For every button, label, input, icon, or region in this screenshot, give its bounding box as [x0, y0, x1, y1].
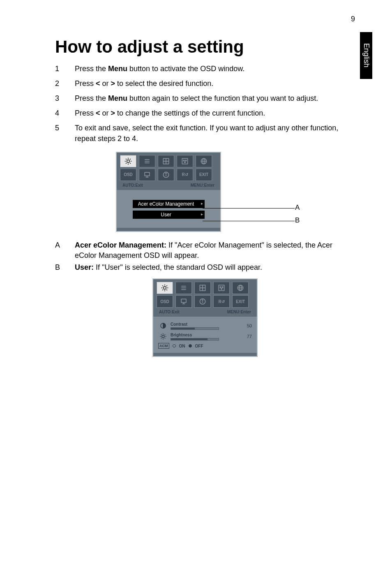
- contrast-label: Contrast: [171, 322, 240, 327]
- step-text: Press: [75, 79, 96, 88]
- input-tab-icon: [139, 169, 155, 181]
- menu-item-label: Acer eColor Management: [138, 201, 194, 207]
- osd-hints: AUTO:Exit MENU:Enter: [117, 182, 220, 190]
- svg-point-18: [184, 162, 186, 163]
- explain-bold: Acer eColor Management:: [75, 241, 166, 249]
- svg-point-27: [166, 173, 166, 174]
- brightness-slider: [171, 338, 219, 341]
- step-1: Press the Menu button to activate the OS…: [55, 63, 355, 74]
- svg-point-46: [221, 288, 222, 290]
- step-bold: >: [111, 109, 115, 117]
- osd-label-text: OSD: [160, 299, 169, 304]
- step-3: Press the Menu button again to select th…: [55, 93, 355, 104]
- osd2-body: Contrast 50 Brightness 77 ACM ON: [153, 317, 257, 353]
- acm-off-radio: [189, 344, 192, 348]
- menu-item-label: User: [161, 212, 171, 218]
- step-text: Press the: [75, 94, 108, 102]
- osd-tab-row-1: [117, 153, 220, 169]
- step-text: button to activate the OSD window.: [127, 65, 244, 73]
- svg-line-36: [166, 285, 167, 286]
- position-tab-icon: [158, 155, 174, 167]
- reset-tab-icon: R↺: [177, 169, 193, 181]
- brightness-value: 77: [243, 334, 252, 339]
- svg-line-64: [161, 338, 162, 339]
- menu-item-user: User ▸: [133, 211, 205, 219]
- svg-line-33: [162, 285, 163, 286]
- svg-line-5: [126, 159, 127, 160]
- svg-point-55: [202, 300, 203, 301]
- step-bold: <: [96, 109, 100, 117]
- info-tab-icon: [158, 169, 174, 181]
- step-bold: <: [96, 79, 100, 88]
- svg-line-34: [166, 290, 167, 290]
- page-title: How to adjust a setting: [55, 37, 355, 57]
- exit-label-text: EXIT: [199, 172, 208, 177]
- osd2-tab-row-1: [153, 279, 257, 295]
- step-text: or: [100, 109, 111, 117]
- svg-rect-43: [219, 285, 224, 290]
- step-text: button again to select the function that…: [127, 94, 318, 102]
- explanation-list: A Acer eColor Management: If "Acer eColo…: [55, 240, 355, 273]
- svg-point-57: [162, 335, 164, 338]
- osd-tab-row-2: OSD R↺ EXIT: [117, 169, 220, 182]
- globe-tab-icon: [196, 155, 212, 167]
- callout-line-b: [203, 221, 295, 221]
- step-text: to select the desired function.: [115, 79, 213, 88]
- contrast-icon: [158, 322, 168, 330]
- contrast-value: 50: [243, 323, 252, 328]
- color-tab-icon: [177, 155, 193, 167]
- svg-line-35: [162, 290, 163, 290]
- submenu-icon: ▸: [201, 201, 203, 206]
- brightness-tab-icon: [120, 155, 136, 167]
- osd-figure-1: OSD R↺ EXIT AUTO:Exit MENU:Enter Acer eC…: [116, 152, 355, 232]
- svg-rect-15: [182, 158, 187, 164]
- info-tab-icon: [194, 295, 211, 308]
- reset-label-text: R↺: [218, 299, 224, 304]
- callout-b: B: [295, 216, 300, 225]
- hint-left: AUTO:Exit: [122, 183, 143, 188]
- exit-label-text: EXIT: [236, 299, 245, 304]
- explain-a: A Acer eColor Management: If "Acer eColo…: [55, 240, 355, 261]
- svg-line-62: [161, 334, 162, 335]
- step-text: To exit and save, select the exit functi…: [75, 124, 338, 143]
- submenu-icon: ▸: [201, 212, 203, 216]
- menu-item-acer-ecolor: Acer eColor Management ▸: [133, 200, 205, 208]
- step-text: to change the settings of the current fu…: [115, 109, 265, 117]
- svg-line-63: [165, 338, 166, 339]
- language-tab: English: [360, 32, 372, 79]
- list-tab-icon: [139, 155, 155, 167]
- hint-right: MENU:Enter: [227, 310, 251, 314]
- explain-marker: B: [55, 262, 60, 273]
- svg-rect-50: [181, 299, 186, 302]
- svg-line-8: [130, 159, 131, 160]
- step-text: or: [100, 79, 111, 88]
- steps-list: Press the Menu button to activate the OS…: [55, 63, 355, 144]
- svg-point-0: [127, 160, 130, 162]
- brightness-tab-icon: [157, 282, 173, 294]
- exit-tab-icon: EXIT: [196, 169, 212, 181]
- step-bold: Menu: [108, 65, 127, 73]
- explain-text: If "User" is selected, the standard OSD …: [94, 263, 262, 271]
- step-4: Press < or > to change the settings of t…: [55, 108, 355, 118]
- globe-tab-icon: [232, 282, 249, 294]
- svg-point-17: [185, 160, 187, 161]
- osd-label-text: OSD: [124, 172, 133, 177]
- svg-line-6: [130, 163, 131, 164]
- explain-b: B User: If "User" is selected, the stand…: [55, 262, 355, 273]
- svg-line-65: [165, 334, 166, 335]
- page-number: 9: [351, 15, 355, 23]
- hint-left: AUTO:Exit: [159, 310, 180, 314]
- exit-tab-icon: EXIT: [232, 295, 249, 308]
- reset-tab-icon: R↺: [213, 295, 230, 308]
- position-tab-icon: [194, 282, 211, 294]
- svg-line-7: [126, 163, 127, 164]
- reset-label-text: R↺: [182, 172, 188, 177]
- osd-tab-icon: OSD: [120, 169, 136, 181]
- explain-marker: A: [55, 240, 60, 250]
- osd-tab-icon: OSD: [157, 295, 173, 308]
- brightness-row: Brightness 77: [158, 332, 252, 341]
- svg-point-28: [164, 287, 166, 290]
- explain-bold: User:: [75, 263, 94, 271]
- list-tab-icon: [175, 282, 192, 294]
- step-2: Press < or > to select the desired funct…: [55, 78, 355, 89]
